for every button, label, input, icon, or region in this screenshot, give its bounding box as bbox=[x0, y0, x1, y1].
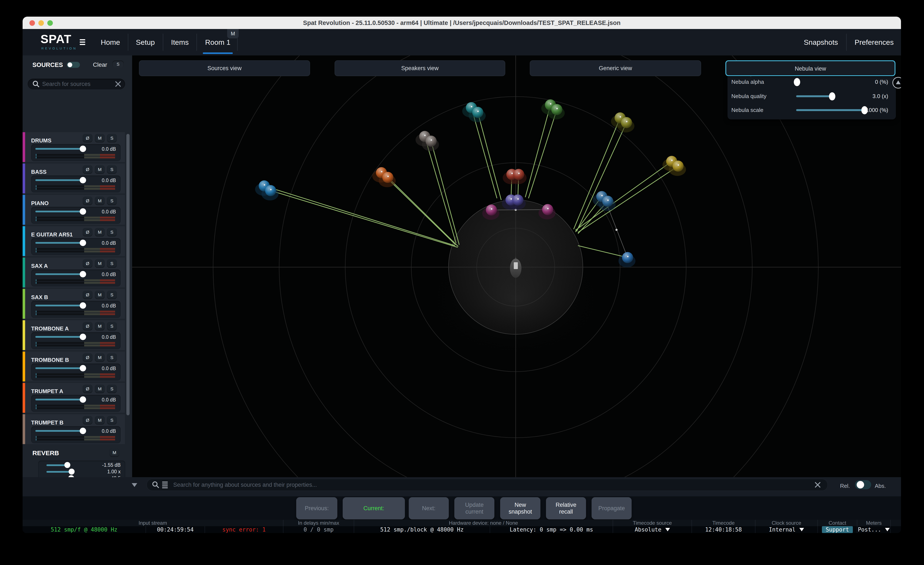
source-strip-trumpet-b[interactable]: TRUMPET BØMS 0.0 dB bbox=[22, 414, 125, 444]
source-strip-drums[interactable]: DRUMSØMS 0.0 dB bbox=[22, 132, 125, 162]
mute-button[interactable]: M bbox=[95, 228, 105, 236]
clear-search-icon[interactable] bbox=[115, 81, 121, 87]
source-sphere[interactable] bbox=[472, 107, 483, 118]
phase-button[interactable]: Ø bbox=[82, 228, 93, 236]
source-strip-piano[interactable]: PIANOØMS 0.0 dB bbox=[22, 195, 125, 225]
gain-slider-knob[interactable] bbox=[80, 177, 86, 183]
source-strip-e-guitar-ar51[interactable]: E GUITAR AR51ØMS 0.0 dB bbox=[22, 226, 125, 256]
sources-scrollbar[interactable] bbox=[126, 134, 130, 415]
reverb-slider-knob[interactable] bbox=[64, 462, 70, 468]
snapshot-next-button[interactable]: Next: bbox=[409, 497, 449, 519]
status-value[interactable]: Absolute bbox=[613, 526, 692, 533]
snapshot-previous-button[interactable]: Previous: bbox=[296, 497, 338, 519]
gain-slider-track[interactable] bbox=[35, 242, 82, 244]
search-dropdown-icon[interactable] bbox=[132, 483, 137, 487]
gain-slider-knob[interactable] bbox=[80, 146, 86, 152]
mute-button[interactable]: M bbox=[95, 259, 105, 268]
source-strip-trumpet-a[interactable]: TRUMPET AØMS 0.0 dB bbox=[22, 383, 125, 413]
reverb-slider-knob[interactable] bbox=[69, 469, 75, 475]
gain-slider-knob[interactable] bbox=[80, 208, 86, 215]
solo-button[interactable]: S bbox=[107, 197, 117, 205]
phase-button[interactable]: Ø bbox=[82, 259, 93, 268]
mute-button[interactable]: M bbox=[95, 322, 105, 331]
source-sphere[interactable] bbox=[622, 252, 633, 263]
gain-slider-track[interactable] bbox=[35, 210, 82, 212]
gain-slider-knob[interactable] bbox=[80, 428, 86, 434]
sources-toggle[interactable] bbox=[67, 62, 80, 68]
view-button-generic-view[interactable]: Generic view bbox=[530, 60, 701, 76]
rel-abs-toggle[interactable] bbox=[855, 480, 871, 489]
clear-button[interactable]: Clear bbox=[93, 62, 107, 68]
filter-list-icon[interactable] bbox=[162, 481, 168, 488]
phase-button[interactable]: Ø bbox=[82, 134, 93, 143]
nebula-slider-track[interactable] bbox=[796, 95, 832, 97]
source-sphere[interactable] bbox=[542, 204, 553, 215]
gain-slider-track[interactable] bbox=[35, 179, 82, 181]
source-sphere[interactable] bbox=[512, 194, 524, 206]
solo-button[interactable]: S bbox=[107, 291, 117, 299]
source-sphere[interactable] bbox=[426, 135, 436, 147]
phase-button[interactable]: Ø bbox=[82, 353, 93, 362]
mute-button[interactable]: M bbox=[95, 385, 105, 393]
mute-button[interactable]: M bbox=[95, 416, 105, 424]
solo-button[interactable]: S bbox=[107, 134, 117, 143]
dropdown-triangle-icon[interactable] bbox=[885, 528, 890, 531]
source-sphere[interactable] bbox=[672, 161, 684, 171]
gain-slider-track[interactable] bbox=[35, 336, 82, 338]
source-sphere[interactable] bbox=[513, 169, 524, 180]
gain-slider-track[interactable] bbox=[35, 305, 82, 307]
source-sphere[interactable] bbox=[621, 117, 632, 128]
source-strip-sax-a[interactable]: SAX AØMS 0.0 dB bbox=[22, 258, 125, 287]
global-search-box[interactable]: Search for anything about sources and th… bbox=[147, 479, 828, 491]
dropdown-triangle-icon[interactable] bbox=[800, 528, 804, 531]
view-button-speakers-view[interactable]: Speakers view bbox=[334, 60, 505, 76]
solo-button[interactable]: S bbox=[107, 416, 117, 424]
source-sphere[interactable] bbox=[265, 185, 276, 196]
gain-slider-knob[interactable] bbox=[80, 334, 86, 340]
phase-button[interactable]: Ø bbox=[82, 385, 93, 393]
snapshot-update-current-button[interactable]: Updatecurrent bbox=[454, 497, 494, 519]
gain-slider-knob[interactable] bbox=[80, 365, 86, 371]
dropdown-triangle-icon[interactable] bbox=[665, 528, 670, 531]
status-value[interactable]: Post... bbox=[857, 526, 891, 533]
source-strip-trombone-b[interactable]: TROMBONE BØMS 0.0 dB bbox=[22, 352, 125, 382]
source-strip-bass[interactable]: BASSØMS 0.0 dB bbox=[22, 164, 125, 193]
mute-button[interactable]: M bbox=[95, 134, 105, 143]
mute-button[interactable]: M bbox=[95, 165, 105, 174]
source-sphere[interactable] bbox=[486, 204, 497, 216]
solo-button[interactable]: S bbox=[107, 385, 117, 393]
phase-button[interactable]: Ø bbox=[82, 197, 93, 205]
gain-slider-track[interactable] bbox=[35, 148, 82, 150]
gain-slider-knob[interactable] bbox=[80, 240, 86, 246]
reverb-slider-track[interactable] bbox=[46, 471, 72, 473]
snapshot-propagate-button[interactable]: Propagate bbox=[592, 497, 632, 519]
phase-button[interactable]: Ø bbox=[82, 291, 93, 299]
source-sphere[interactable] bbox=[551, 104, 562, 115]
mute-button[interactable]: M bbox=[95, 197, 105, 205]
reverb-mute-button[interactable]: M bbox=[110, 448, 119, 457]
snapshot-current-button[interactable]: Current: bbox=[343, 497, 405, 519]
nebula-slider-track[interactable] bbox=[796, 109, 865, 111]
phase-button[interactable]: Ø bbox=[82, 322, 93, 331]
gain-slider-track[interactable] bbox=[35, 430, 82, 432]
phase-button[interactable]: Ø bbox=[82, 165, 93, 174]
phase-button[interactable]: Ø bbox=[82, 416, 93, 424]
nebula-slider-knob[interactable] bbox=[861, 106, 868, 114]
solo-button[interactable]: S bbox=[107, 353, 117, 362]
pair-link-midpoint[interactable] bbox=[615, 229, 618, 231]
nebula-slider-knob[interactable] bbox=[794, 78, 800, 86]
gain-slider-knob[interactable] bbox=[80, 271, 86, 277]
snapshot-new-snapshot-button[interactable]: Newsnapshot bbox=[500, 497, 540, 519]
solo-button[interactable]: S bbox=[107, 322, 117, 331]
source-sphere[interactable] bbox=[602, 196, 613, 207]
solo-button[interactable]: S bbox=[107, 165, 117, 174]
gain-slider-knob[interactable] bbox=[80, 396, 86, 403]
mute-button[interactable]: M bbox=[95, 291, 105, 299]
clear-search-icon[interactable] bbox=[814, 481, 821, 488]
source-strip-sax-b[interactable]: SAX BØMS 0.0 dB bbox=[22, 289, 125, 319]
status-value[interactable]: Internal bbox=[756, 526, 818, 533]
snapshot-relative-recall-button[interactable]: Relativerecall bbox=[546, 497, 586, 519]
nebula-slider-knob[interactable] bbox=[829, 92, 836, 101]
mute-button[interactable]: M bbox=[95, 353, 105, 362]
gain-slider-track[interactable] bbox=[35, 367, 82, 369]
